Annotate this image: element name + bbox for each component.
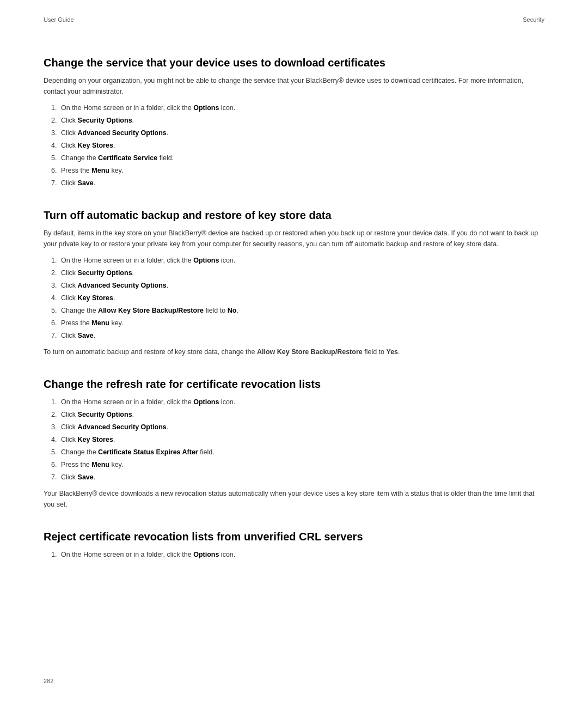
section-intro-turn-off-backup: By default, items in the key store on yo… — [44, 228, 544, 249]
step-item: On the Home screen or in a folder, click… — [59, 549, 544, 560]
steps-list-change-service: On the Home screen or in a folder, click… — [59, 102, 544, 188]
step-item: On the Home screen or in a folder, click… — [59, 102, 544, 113]
step-item: Click Security Options. — [59, 115, 544, 126]
step-item: On the Home screen or in a folder, click… — [59, 397, 544, 407]
step-item: Press the Menu key. — [59, 459, 544, 470]
page-header: User Guide Security — [44, 16, 544, 23]
section-note-change-refresh-rate: Your BlackBerry® device downloads a new … — [44, 488, 544, 510]
step-item: Change the Certificate Status Expires Af… — [59, 447, 544, 458]
step-item: Click Key Stores. — [59, 293, 544, 303]
step-item: Click Advanced Security Options. — [59, 127, 544, 138]
section-title-change-refresh-rate: Change the refresh rate for certificate … — [44, 377, 544, 391]
step-item: Click Security Options. — [59, 267, 544, 278]
step-item: Press the Menu key. — [59, 318, 544, 328]
page-footer: 282 — [44, 678, 53, 684]
step-item: Click Advanced Security Options. — [59, 422, 544, 433]
sections-container: Change the service that your device uses… — [44, 56, 544, 560]
step-item: Change the Certificate Service field. — [59, 153, 544, 163]
section-title-change-service: Change the service that your device uses… — [44, 56, 544, 70]
section-reject-crl: Reject certificate revocation lists from… — [44, 530, 544, 560]
steps-list-change-refresh-rate: On the Home screen or in a folder, click… — [59, 397, 544, 483]
section-intro-change-service: Depending on your organization, you migh… — [44, 75, 544, 97]
step-item: Click Key Stores. — [59, 140, 544, 151]
step-item: Click Security Options. — [59, 409, 544, 420]
step-item: On the Home screen or in a folder, click… — [59, 255, 544, 266]
step-item: Click Save. — [59, 330, 544, 341]
step-item: Click Save. — [59, 472, 544, 483]
section-title-reject-crl: Reject certificate revocation lists from… — [44, 530, 544, 544]
section-change-refresh-rate: Change the refresh rate for certificate … — [44, 377, 544, 510]
section-note-turn-off-backup: To turn on automatic backup and restore … — [44, 346, 544, 357]
step-item: Click Key Stores. — [59, 434, 544, 445]
page-container: User Guide Security Change the service t… — [0, 0, 588, 706]
header-left: User Guide — [44, 16, 74, 23]
steps-list-turn-off-backup: On the Home screen or in a folder, click… — [59, 255, 544, 341]
header-right: Security — [523, 16, 544, 23]
section-change-service: Change the service that your device uses… — [44, 56, 544, 188]
step-item: Press the Menu key. — [59, 165, 544, 176]
section-turn-off-backup: Turn off automatic backup and restore of… — [44, 208, 544, 357]
steps-list-reject-crl: On the Home screen or in a folder, click… — [59, 549, 544, 560]
step-item: Click Advanced Security Options. — [59, 280, 544, 291]
step-item: Change the Allow Key Store Backup/Restor… — [59, 305, 544, 316]
section-title-turn-off-backup: Turn off automatic backup and restore of… — [44, 208, 544, 222]
page-number: 282 — [44, 678, 53, 684]
step-item: Click Save. — [59, 178, 544, 188]
